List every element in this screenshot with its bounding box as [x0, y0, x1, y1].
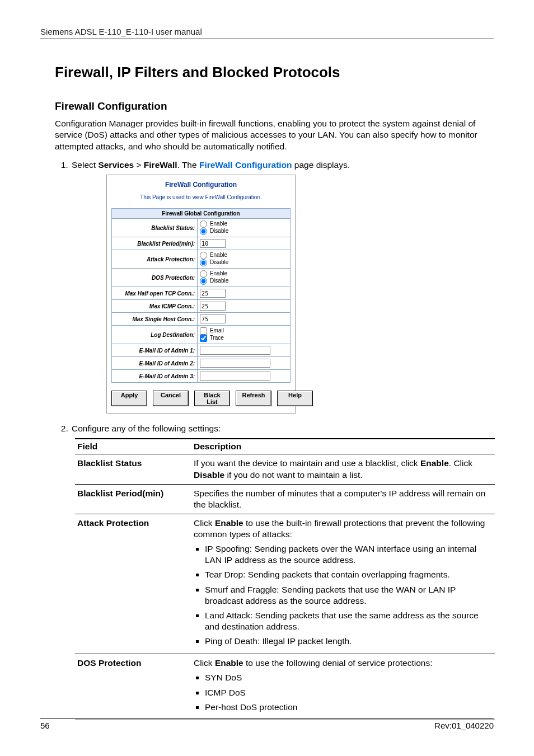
desc-blacklist-status: If you want the device to maintain and u… — [191, 454, 495, 484]
section-heading: Firewall Configuration — [55, 100, 494, 112]
step-1-link: FireWall Configuration — [199, 160, 292, 170]
row-max-half-tcp-label: Max Half open TCP Conn.: — [112, 287, 198, 300]
col-field: Field — [75, 439, 191, 454]
field-blacklist-period: Blacklist Period(min) — [75, 484, 191, 514]
refresh-button[interactable]: Refresh — [236, 391, 271, 406]
blacklist-disable-radio[interactable] — [200, 228, 207, 235]
enable-label: Enable — [210, 252, 227, 259]
panel-title: FireWall Configuration — [111, 181, 291, 189]
step-1-sep: > — [134, 160, 144, 170]
step-1-text: Select — [72, 160, 98, 170]
attack-enable-radio[interactable] — [200, 252, 207, 259]
step-1-mid: . The — [177, 160, 199, 170]
field-dos-protection: DOS Protection — [75, 654, 191, 720]
trace-label: Trace — [210, 335, 224, 341]
desc-attack-protection: Click Enable to use the built-in firewal… — [191, 514, 495, 654]
row-email1-label: E-Mail ID of Admin 1: — [112, 344, 198, 357]
config-table: Firewall Global Configuration Blacklist … — [111, 208, 291, 383]
intro-paragraph: Configuration Manager provides built-in … — [55, 118, 494, 152]
field-blacklist-status: Blacklist Status — [75, 454, 191, 484]
panel-button-row: Apply Cancel Black List Refresh Help — [111, 391, 291, 406]
blacklist-button[interactable]: Black List — [194, 391, 230, 406]
row-email2-label: E-Mail ID of Admin 2: — [112, 357, 198, 370]
step-2: Configure any of the following settings: — [71, 424, 494, 434]
desc-blacklist-period: Specifies the number of minutes that a c… — [191, 484, 495, 514]
disable-label: Disable — [210, 278, 228, 284]
desc-dos-protection: Click Enable to use the following denial… — [191, 654, 495, 720]
field-description-table: Field Description Blacklist Status If yo… — [75, 438, 495, 720]
step-1-post: page displays. — [292, 160, 350, 170]
dos-item: SYN DoS — [205, 672, 493, 683]
page-title: Firewall, IP Filters and Blocked Protoco… — [55, 64, 494, 81]
row-blacklist-period-label: Blacklist Period(min): — [112, 237, 198, 250]
col-description: Description — [191, 439, 495, 454]
email3-input[interactable] — [200, 372, 270, 381]
attack-item: Smurf and Fraggle: Sending packets that … — [205, 584, 493, 607]
log-email-check[interactable] — [200, 327, 207, 335]
row-log-dest-label: Log Destination: — [112, 326, 198, 344]
email2-input[interactable] — [200, 359, 270, 368]
row-blacklist-status-label: Blacklist Status: — [112, 219, 198, 237]
field-attack-protection: Attack Protection — [75, 514, 191, 654]
row-max-icmp-label: Max ICMP Conn.: — [112, 300, 198, 313]
blacklist-period-input[interactable] — [200, 239, 226, 248]
dos-enable-radio[interactable] — [200, 270, 207, 278]
apply-button[interactable]: Apply — [111, 391, 147, 406]
panel-desc: This Page is used to view FireWall Confi… — [111, 194, 291, 200]
enable-label: Enable — [210, 271, 227, 277]
revision-id: Rev:01_040220 — [434, 721, 494, 730]
max-half-tcp-input[interactable] — [200, 289, 226, 298]
step-1-services: Services — [98, 160, 134, 170]
email1-input[interactable] — [200, 346, 270, 355]
step-1: Select Services > FireWall. The FireWall… — [71, 160, 494, 414]
dos-item: ICMP DoS — [205, 687, 493, 698]
disable-label: Disable — [210, 260, 228, 266]
dos-item: Per-host DoS protection — [205, 702, 493, 713]
row-email3-label: E-Mail ID of Admin 3: — [112, 370, 198, 383]
page-footer: 56 Rev:01_040220 — [40, 718, 494, 730]
step-list: Select Services > FireWall. The FireWall… — [55, 160, 494, 434]
max-single-input[interactable] — [200, 314, 226, 323]
config-caption: Firewall Global Configuration — [112, 209, 291, 219]
attack-disable-radio[interactable] — [200, 259, 207, 266]
row-dos-label: DOS Protection: — [112, 269, 198, 287]
row-blacklist-status-value: Enable Disable — [198, 219, 291, 237]
attack-item: Ping of Death: Illegal IP packet length. — [205, 636, 493, 647]
disable-label: Disable — [210, 228, 228, 234]
step-2-text: Configure any of the following settings: — [72, 424, 221, 433]
cancel-button[interactable]: Cancel — [153, 391, 189, 406]
email-label: Email — [210, 328, 224, 334]
dos-disable-radio[interactable] — [200, 278, 207, 285]
attack-item: IP Spoofing: Sending packets over the WA… — [205, 543, 493, 566]
attack-item: Tear Drop: Sending packets that contain … — [205, 569, 493, 580]
enable-label: Enable — [210, 221, 227, 227]
max-icmp-input[interactable] — [200, 302, 226, 311]
running-header: Siemens ADSL E-110_E-110-I user manual — [40, 27, 494, 39]
page-number: 56 — [40, 721, 50, 730]
blacklist-enable-radio[interactable] — [200, 220, 207, 228]
row-attack-label: Attack Protection: — [112, 250, 198, 269]
step-1-firewall: FireWall — [144, 160, 177, 170]
help-button[interactable]: Help — [277, 391, 313, 406]
attack-item: Land Attack: Sending packets that use th… — [205, 610, 493, 632]
firewall-config-panel: FireWall Configuration This Page is used… — [106, 175, 296, 414]
log-trace-check[interactable] — [200, 335, 207, 342]
row-max-single-label: Max Single Host Conn.: — [112, 313, 198, 326]
